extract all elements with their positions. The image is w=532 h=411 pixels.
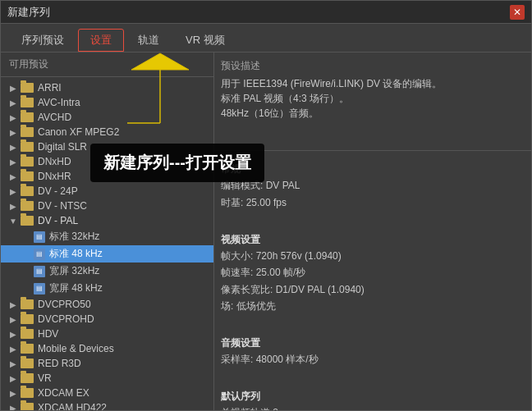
tab-presets[interactable]: 序列预设 (9, 29, 76, 52)
toggle-dvpal: ▼ (7, 215, 19, 226)
content-area: 可用预设 ▶ ARRI ▶ AVC-Intra (1, 53, 531, 410)
toggle-dnxhr: ▶ (7, 171, 19, 182)
description-area: 预设描述 用于 IEEE1394 (FireWire/i.LINK) DV 设备… (214, 53, 531, 151)
tree-item-slr[interactable]: ▶ Digital SLR (1, 139, 213, 154)
label-dv24p: DV - 24P (38, 185, 78, 197)
tree-item-xdcamex[interactable]: ▶ XDCAM EX (1, 386, 213, 400)
folder-icon-mobile (21, 344, 34, 354)
toggle-red: ▶ (7, 358, 19, 369)
tree-item-dvntsc[interactable]: ▶ DV - NTSC (1, 199, 213, 213)
tab-tracks[interactable]: 轨道 (126, 29, 172, 52)
tree-item-avc[interactable]: ▶ AVC-Intra (1, 95, 213, 110)
detail-pixel-ar: 像素长宽比: D1/DV PAL (1.0940) (221, 281, 525, 298)
presets-label: 可用预设 (1, 53, 213, 77)
window-title: 新建序列 (7, 5, 50, 20)
label-dnxhr: DNxHR (38, 171, 71, 182)
label-std48: 标准 48 kHz (49, 247, 103, 261)
toggle-dvcprohd: ▶ (7, 313, 19, 325)
label-xdcamhd422: XDCAM HD422 (38, 402, 107, 410)
label-slr: Digital SLR (38, 141, 87, 153)
tree-item-dvpal[interactable]: ▼ DV - PAL (1, 213, 213, 228)
title-bar: 新建序列 ✕ (1, 1, 531, 24)
tree-item-canon[interactable]: ▶ Canon XF MPEG2 (1, 125, 213, 139)
label-hdv: HDV (38, 328, 58, 340)
label-avchd: AVCHD (38, 112, 71, 123)
toggle-dvcpro50: ▶ (7, 299, 19, 310)
folder-icon-dvcpro50 (21, 299, 34, 309)
detail-video-tracks: 总视频轨道 3 (221, 404, 525, 410)
tree-item-dv24p[interactable]: ▶ DV - 24P (1, 184, 213, 199)
folder-icon-slr (21, 142, 34, 152)
tree-item-hdv[interactable]: ▶ HDV (1, 327, 213, 341)
section-video-title: 视频设置 (221, 231, 525, 248)
folder-icon-xdcamhd422 (21, 403, 34, 410)
section-general-title: 常规 (221, 161, 525, 177)
label-dvpal: DV - PAL (38, 215, 78, 226)
file-icon-std48: ▤ (34, 249, 45, 260)
tree-item-vr[interactable]: ▶ VR (1, 371, 213, 386)
toggle-mobile: ▶ (7, 343, 19, 354)
toggle-dvntsc: ▶ (7, 200, 19, 212)
label-dnxhd: DNxHD (38, 156, 71, 167)
tree-item-arri[interactable]: ▶ ARRI (1, 80, 213, 95)
detail-frame-rate: 帧速率: 25.00 帧/秒 (221, 264, 525, 281)
label-red: RED R3D (38, 358, 81, 369)
label-avc: AVC-Intra (38, 97, 80, 108)
tab-vr[interactable]: VR 视频 (173, 29, 237, 52)
label-wide48: 宽屏 48 kHz (49, 281, 103, 295)
toggle-canon: ▶ (7, 126, 19, 138)
tree-item-dnxhd[interactable]: ▶ DNxHD (1, 154, 213, 169)
description-label: 预设描述 (221, 59, 525, 73)
tree-item-dvcpro50[interactable]: ▶ DVCPRO50 (1, 297, 213, 312)
label-dvntsc: DV - NTSC (38, 200, 87, 212)
tree-area[interactable]: ▶ ARRI ▶ AVC-Intra ▶ AVCHD (1, 77, 213, 410)
description-text: 用于 IEEE1394 (FireWire/i.LINK) DV 设备的编辑。 … (221, 76, 525, 121)
label-arri: ARRI (38, 82, 62, 94)
label-xdcamex: XDCAM EX (38, 387, 89, 399)
toggle-xdcamex: ▶ (7, 387, 19, 399)
label-std32: 标准 32kHz (49, 230, 99, 244)
section-video: 视频设置 帧大小: 720h 576v (1.0940) 帧速率: 25.00 … (221, 231, 525, 315)
file-icon-std32: ▤ (34, 231, 45, 243)
label-wide32: 宽屏 32kHz (49, 264, 99, 278)
tree-item-avchd[interactable]: ▶ AVCHD (1, 110, 213, 125)
folder-icon-xdcamex (21, 388, 34, 398)
folder-icon-red (21, 358, 34, 368)
tree-item-red[interactable]: ▶ RED R3D (1, 356, 213, 371)
folder-icon-dvntsc (21, 201, 34, 211)
folder-icon-dvpal (21, 216, 34, 226)
toggle-vr: ▶ (7, 372, 19, 384)
tree-item-std32[interactable]: ▶ ▤ 标准 32kHz (1, 228, 213, 245)
label-dvcpro50: DVCPRO50 (38, 299, 91, 310)
folder-icon-dv24p (21, 186, 34, 196)
toggle-hdv: ▶ (7, 328, 19, 340)
tree-item-wide32[interactable]: ▶ ▤ 宽屏 32kHz (1, 263, 213, 280)
detail-edit-mode: 编辑模式: DV PAL (221, 177, 525, 194)
folder-icon-avc (21, 98, 34, 107)
toggle-avchd: ▶ (7, 112, 19, 123)
toggle-xdcamhd422: ▶ (7, 402, 19, 410)
label-vr: VR (38, 372, 52, 384)
toggle-dnxhd: ▶ (7, 156, 19, 167)
tab-settings[interactable]: 设置 (78, 29, 124, 52)
tree-item-wide48[interactable]: ▶ ▤ 宽屏 48 kHz (1, 280, 213, 297)
right-panel: 预设描述 用于 IEEE1394 (FireWire/i.LINK) DV 设备… (214, 53, 531, 410)
tree-item-dnxhr[interactable]: ▶ DNxHR (1, 169, 213, 184)
close-button[interactable]: ✕ (510, 5, 525, 20)
toggle-arri: ▶ (7, 82, 19, 94)
left-panel: 可用预设 ▶ ARRI ▶ AVC-Intra (1, 53, 214, 410)
tree-item-dvcprohd[interactable]: ▶ DVCPROHD (1, 312, 213, 327)
section-seq-title: 默认序列 (221, 388, 525, 404)
tree-item-mobile[interactable]: ▶ Mobile & Devices (1, 341, 213, 356)
toggle-avc: ▶ (7, 97, 19, 108)
folder-icon-dnxhr (21, 171, 34, 181)
label-canon: Canon XF MPEG2 (38, 126, 119, 138)
toggle-slr: ▶ (7, 141, 19, 153)
label-dvcprohd: DVCPROHD (38, 313, 94, 325)
details-area: 常规 编辑模式: DV PAL 时基: 25.00 fps 视频设置 帧大小: … (214, 151, 531, 410)
toggle-dv24p: ▶ (7, 185, 19, 197)
tree-item-xdcamhd422[interactable]: ▶ XDCAM HD422 (1, 400, 213, 410)
tabs-row: 序列预设 设置 轨道 VR 视频 (1, 24, 531, 53)
file-icon-wide48: ▤ (34, 283, 45, 295)
tree-item-std48[interactable]: ▶ ▤ 标准 48 kHz (1, 245, 213, 263)
